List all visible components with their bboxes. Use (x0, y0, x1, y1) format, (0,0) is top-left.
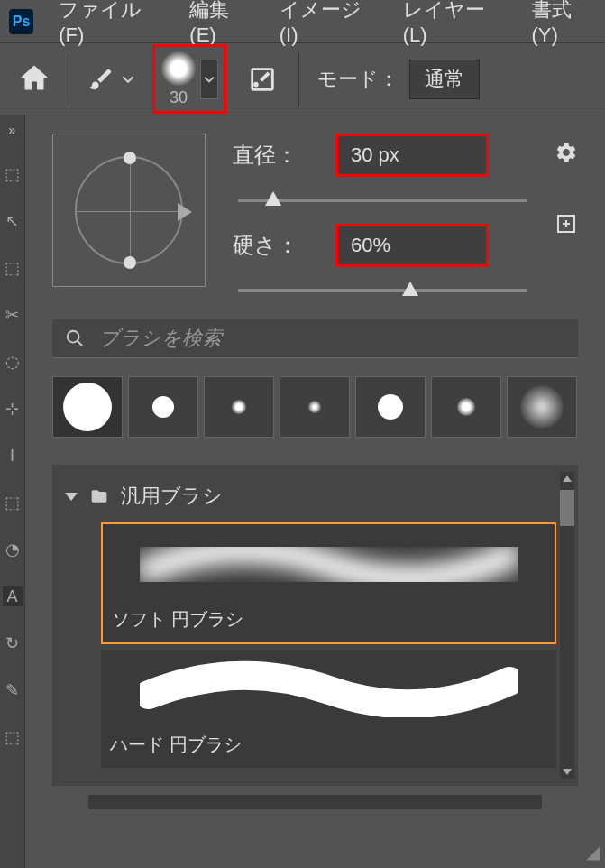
tool-icon[interactable]: ◔ (3, 540, 23, 559)
scrollbar-horizontal[interactable] (88, 795, 542, 809)
tools-sidebar: » ⬚ ↖ ⬚ ✂ ◌ ⊹ I ⬚ ◔ A ↻ ✎ ⬚ (0, 115, 25, 868)
brush-item-hard[interactable]: ハード 円ブラシ (101, 650, 556, 768)
mode-dropdown[interactable]: 通常 (409, 60, 480, 99)
tool-icon[interactable]: ⬚ (3, 727, 23, 747)
hardness-slider[interactable] (238, 289, 527, 292)
chevron-down-icon (122, 73, 134, 86)
mode-label: モード： (317, 66, 399, 93)
options-bar: 30 モード： 通常 (0, 43, 605, 115)
brush-thumb[interactable] (52, 376, 123, 438)
resize-grip-icon[interactable]: ◢ (586, 841, 600, 863)
tool-icon[interactable]: A (3, 586, 23, 606)
tool-icon[interactable]: ✎ (3, 680, 23, 700)
hardness-label: 硬さ： (233, 231, 314, 260)
brush-search (52, 319, 578, 358)
tool-icon[interactable]: ⊹ (3, 399, 23, 419)
brush-item-label: ソフト 円ブラシ (103, 596, 555, 642)
brush-list: 汎用ブラシ ソフト 円ブラシ ハード 円ブラシ (52, 465, 578, 786)
brush-item-label: ハード 円ブラシ (101, 722, 556, 768)
brush-folder[interactable]: 汎用ブラシ (65, 477, 556, 522)
brush-settings-button[interactable] (244, 61, 280, 97)
brush-thumb[interactable] (204, 376, 274, 438)
search-icon (65, 328, 85, 348)
brush-preview-icon (160, 51, 197, 87)
brush-size-value: 30 (170, 88, 188, 107)
menu-type[interactable]: 書式(Y) (532, 0, 596, 47)
chevron-down-icon (65, 493, 78, 501)
app-logo: Ps (9, 9, 33, 34)
scroll-thumb[interactable] (560, 490, 574, 526)
expand-panels-button[interactable]: » (9, 123, 16, 137)
hardness-input[interactable] (335, 224, 489, 267)
brush-preset-picker[interactable]: 30 (152, 44, 226, 114)
brush-stroke-preview (101, 650, 556, 722)
diameter-input[interactable] (335, 134, 489, 177)
brush-item-soft[interactable]: ソフト 円ブラシ (101, 522, 556, 644)
brush-thumb[interactable] (355, 376, 426, 438)
menu-image[interactable]: イメージ(I) (280, 0, 378, 47)
diameter-label: 直径： (233, 141, 314, 170)
tool-icon[interactable]: ✂ (3, 305, 23, 325)
divider (298, 52, 299, 106)
recent-brushes (52, 376, 578, 438)
folder-name: 汎用ブラシ (121, 483, 223, 510)
tool-icon[interactable]: I (3, 446, 23, 466)
folder-icon (88, 487, 110, 505)
menu-layer[interactable]: レイヤー(L) (403, 0, 507, 47)
scroll-down-icon (563, 769, 572, 775)
home-button[interactable] (18, 61, 50, 97)
gear-icon[interactable] (555, 141, 578, 168)
brush-thumb[interactable] (507, 376, 577, 438)
scrollbar-vertical[interactable] (560, 472, 574, 779)
brush-preset-panel: 直径： 硬さ： (25, 115, 605, 868)
tool-icon[interactable]: ↖ (3, 211, 23, 231)
brush-stroke-preview (103, 524, 555, 596)
brush-tool-indicator[interactable] (87, 66, 134, 93)
svg-point-3 (68, 331, 79, 343)
menu-edit[interactable]: 編集(E) (189, 0, 253, 47)
tool-icon[interactable]: ↻ (3, 633, 23, 653)
search-input[interactable] (99, 327, 565, 350)
brush-thumb[interactable] (431, 376, 501, 438)
diameter-slider[interactable] (238, 199, 527, 202)
menu-file[interactable]: ファイル(F) (59, 0, 164, 47)
scroll-up-icon (563, 476, 572, 482)
tool-icon[interactable]: ◌ (3, 352, 23, 372)
brush-preset-dropdown[interactable] (200, 60, 218, 99)
tool-icon[interactable]: ⬚ (3, 493, 23, 512)
new-preset-icon[interactable] (555, 213, 577, 238)
divider (69, 52, 69, 106)
svg-line-4 (78, 341, 83, 346)
menubar: Ps ファイル(F) 編集(E) イメージ(I) レイヤー(L) 書式(Y) (0, 0, 605, 43)
tool-icon[interactable]: ⬚ (3, 164, 23, 184)
tool-icon[interactable]: ⬚ (3, 258, 23, 278)
brush-thumb[interactable] (128, 376, 198, 438)
brush-thumb[interactable] (280, 376, 350, 438)
brush-angle-control[interactable] (52, 134, 206, 287)
